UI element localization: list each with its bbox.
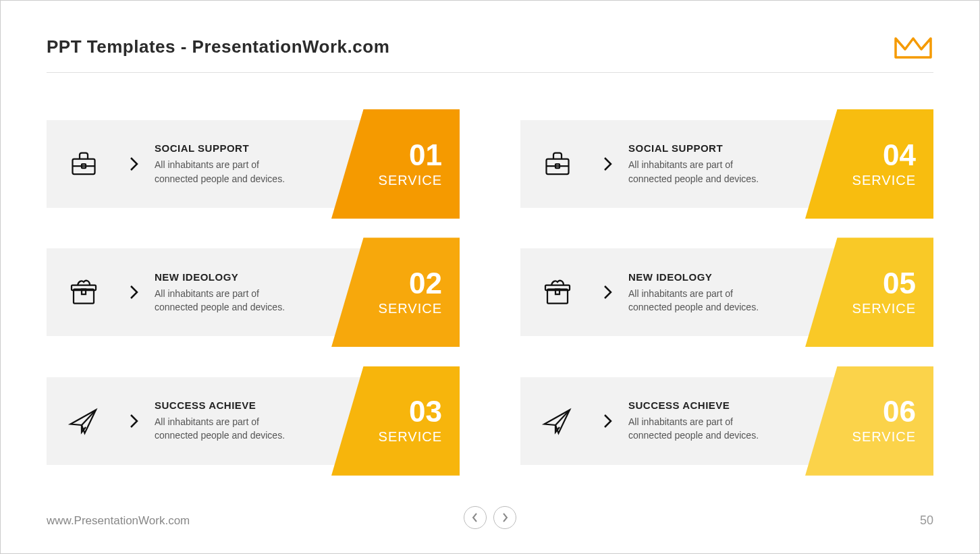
svg-rect-4 bbox=[74, 289, 94, 304]
service-badge: 02SERVICE bbox=[331, 238, 460, 347]
service-number: 05 bbox=[883, 269, 916, 298]
paper-plane-icon bbox=[47, 405, 121, 437]
card-heading: SOCIAL SUPPORT bbox=[155, 142, 338, 154]
footer-website: www.PresentationWork.com bbox=[47, 514, 190, 528]
chevron-right-icon bbox=[595, 285, 622, 300]
page-number: 50 bbox=[920, 514, 933, 528]
service-card: NEW IDEOLOGYAll inhabitants are part of … bbox=[47, 248, 460, 336]
service-number: 03 bbox=[409, 397, 442, 426]
service-badge: 06SERVICE bbox=[805, 366, 933, 476]
service-label: SERVICE bbox=[852, 429, 916, 445]
chevron-right-icon bbox=[121, 157, 148, 171]
box-icon bbox=[520, 276, 595, 308]
card-heading: NEW IDEOLOGY bbox=[155, 271, 338, 283]
service-number: 01 bbox=[409, 140, 442, 170]
service-label: SERVICE bbox=[379, 429, 442, 445]
slide-header: PPT Templates - PresentationWork.com bbox=[47, 33, 933, 73]
svg-rect-6 bbox=[547, 289, 568, 304]
briefcase-icon bbox=[47, 148, 121, 180]
card-heading: SUCCESS ACHIEVE bbox=[628, 399, 812, 411]
slide-footer: www.PresentationWork.com 50 bbox=[47, 507, 933, 528]
services-grid: SOCIAL SUPPORTAll inhabitants are part o… bbox=[47, 73, 933, 507]
chevron-right-icon bbox=[595, 414, 622, 428]
card-body: SUCCESS ACHIEVEAll inhabitants are part … bbox=[622, 399, 819, 443]
card-description: All inhabitants are part of connected pe… bbox=[155, 158, 290, 186]
badge-wrap: 06SERVICE bbox=[819, 377, 933, 465]
card-description: All inhabitants are part of connected pe… bbox=[155, 415, 290, 443]
card-body: NEW IDEOLOGYAll inhabitants are part of … bbox=[622, 271, 819, 314]
service-label: SERVICE bbox=[852, 173, 916, 188]
service-number: 06 bbox=[883, 397, 916, 426]
card-description: All inhabitants are part of connected pe… bbox=[155, 287, 290, 314]
service-card: SUCCESS ACHIEVEAll inhabitants are part … bbox=[47, 377, 460, 465]
service-badge: 01SERVICE bbox=[331, 109, 460, 219]
card-description: All inhabitants are part of connected pe… bbox=[628, 158, 763, 186]
card-heading: NEW IDEOLOGY bbox=[628, 271, 812, 283]
card-heading: SOCIAL SUPPORT bbox=[628, 142, 812, 154]
chevron-right-icon bbox=[595, 157, 622, 171]
service-badge: 03SERVICE bbox=[331, 366, 460, 476]
service-badge: 05SERVICE bbox=[805, 238, 933, 347]
service-label: SERVICE bbox=[379, 173, 442, 188]
slide-frame: PPT Templates - PresentationWork.com SOC… bbox=[0, 0, 980, 554]
card-description: All inhabitants are part of connected pe… bbox=[628, 415, 763, 443]
service-card: SUCCESS ACHIEVEAll inhabitants are part … bbox=[520, 377, 933, 465]
service-label: SERVICE bbox=[379, 301, 442, 316]
chevron-right-icon bbox=[121, 414, 148, 428]
card-body: SOCIAL SUPPORTAll inhabitants are part o… bbox=[622, 142, 819, 186]
card-body: SUCCESS ACHIEVEAll inhabitants are part … bbox=[148, 399, 345, 443]
badge-wrap: 03SERVICE bbox=[345, 377, 460, 465]
prev-button[interactable] bbox=[464, 506, 487, 529]
service-number: 02 bbox=[409, 269, 442, 298]
page-title: PPT Templates - PresentationWork.com bbox=[47, 36, 389, 57]
next-button[interactable] bbox=[493, 506, 516, 529]
box-icon bbox=[47, 276, 121, 308]
service-card: NEW IDEOLOGYAll inhabitants are part of … bbox=[520, 248, 933, 336]
badge-wrap: 05SERVICE bbox=[819, 248, 933, 336]
card-body: SOCIAL SUPPORTAll inhabitants are part o… bbox=[148, 142, 345, 186]
service-badge: 04SERVICE bbox=[805, 109, 933, 219]
badge-wrap: 01SERVICE bbox=[345, 120, 460, 208]
slide: PPT Templates - PresentationWork.com SOC… bbox=[6, 6, 974, 548]
briefcase-icon bbox=[520, 148, 595, 180]
card-body: NEW IDEOLOGYAll inhabitants are part of … bbox=[148, 271, 345, 314]
service-card: SOCIAL SUPPORTAll inhabitants are part o… bbox=[520, 120, 933, 208]
paper-plane-icon bbox=[520, 405, 595, 437]
service-label: SERVICE bbox=[852, 301, 916, 316]
chevron-right-icon bbox=[121, 285, 148, 300]
badge-wrap: 04SERVICE bbox=[819, 120, 933, 208]
service-number: 04 bbox=[883, 140, 916, 170]
badge-wrap: 02SERVICE bbox=[345, 248, 460, 336]
crown-logo-icon bbox=[893, 33, 933, 60]
card-heading: SUCCESS ACHIEVE bbox=[155, 399, 338, 411]
card-description: All inhabitants are part of connected pe… bbox=[628, 287, 763, 314]
slide-nav bbox=[464, 506, 516, 529]
service-card: SOCIAL SUPPORTAll inhabitants are part o… bbox=[47, 120, 460, 208]
